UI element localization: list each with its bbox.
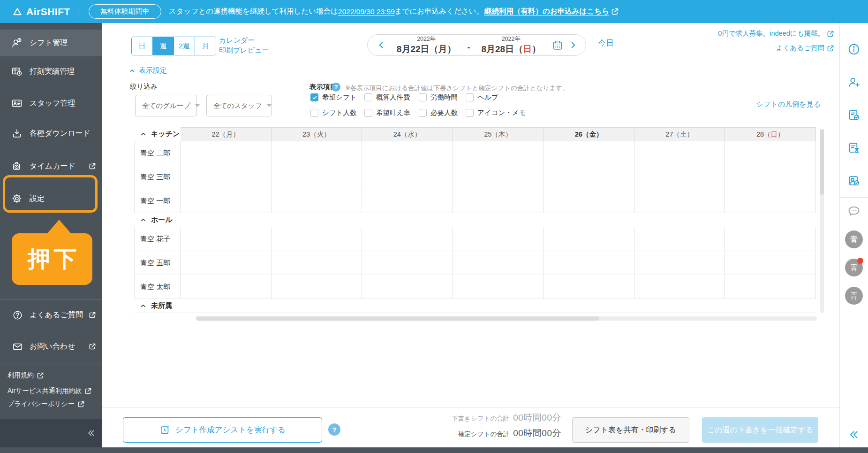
sidebar-legal-link-3[interactable]: プライバシーポリシー [8,400,84,408]
shift-cell[interactable] [362,141,453,165]
sidebar-help-item-2[interactable]: お問い合わせ [0,335,102,358]
checkbox-icon[interactable] [466,109,474,117]
next-week-icon[interactable] [568,40,578,50]
group-filter-dropdown[interactable]: 全てのグループ [135,95,197,116]
shift-cell[interactable] [181,165,272,189]
rail-shift-pending-icon[interactable] [847,141,860,154]
shift-assist-button[interactable]: シフト作成アシストを実行する [123,417,322,443]
shift-legend-link[interactable]: シフトの凡例を見る [756,100,821,109]
shift-cell[interactable] [543,227,634,251]
shift-cell[interactable] [362,165,453,189]
shift-cell[interactable] [634,165,725,189]
display-checkbox[interactable]: ヘルプ [466,93,498,102]
display-settings-toggle[interactable]: 表示設定 [129,66,167,75]
shift-cell[interactable] [543,141,634,165]
faq-link[interactable]: よくあるご質問 [776,44,834,53]
shift-cell[interactable] [362,275,453,299]
rail-add-staff-icon[interactable] [847,76,860,89]
shift-cell[interactable] [634,251,725,275]
staff-filter-dropdown[interactable]: 全てのスタッフ [206,95,272,116]
airshift-logo[interactable]: AirSHIFT [12,6,70,17]
collapse-group-icon[interactable] [140,303,146,309]
display-checkbox[interactable]: アイコン・メモ [466,108,526,117]
rail-shift-check-icon[interactable] [847,108,860,122]
shift-cell[interactable] [453,165,544,189]
job-posting-link[interactable]: 0円で求人募集。indeedにも掲載。 [718,29,834,38]
shift-cell[interactable] [725,251,816,275]
sidebar-collapse-icon[interactable] [87,429,96,438]
group-header-kitchen[interactable]: キッチン [134,127,181,141]
help-icon[interactable]: ? [328,423,340,436]
rail-info-icon[interactable] [847,43,860,56]
shift-cell[interactable] [543,275,634,299]
shift-cell[interactable] [181,251,272,275]
shift-cell[interactable] [634,227,725,251]
sidebar-legal-link-2[interactable]: Airサービス共通利用約款 [8,387,91,395]
today-link[interactable]: 今日 [598,38,614,48]
shift-cell[interactable] [362,251,453,275]
share-print-button[interactable]: シフト表を共有・印刷する [572,417,689,443]
calendar-link[interactable]: カレンダー [219,35,269,45]
shift-cell[interactable] [362,227,453,251]
sidebar-item-4[interactable]: 各種ダウンロード [0,122,102,145]
shift-cell[interactable] [725,227,816,251]
shift-cell[interactable] [272,251,362,275]
checkbox-checked-icon[interactable] [310,93,318,101]
prev-week-icon[interactable] [376,40,386,50]
checkbox-icon[interactable] [419,109,427,117]
group-header-row[interactable]: ホール [134,213,816,227]
rail-collapse-icon[interactable] [848,429,860,440]
view-toggle-option-4[interactable]: 月 [195,37,216,55]
checkbox-icon[interactable] [364,109,372,117]
shift-cell[interactable] [634,189,725,213]
shift-cell[interactable] [725,165,816,189]
shift-cell[interactable] [725,275,816,299]
collapse-group-icon[interactable] [140,131,146,137]
staff-avatar-2[interactable]: 青 [845,259,863,276]
display-checkbox[interactable]: 希望叶え率 [364,108,410,117]
sidebar-item-3[interactable]: スタッフ管理 [0,92,102,115]
checkbox-icon[interactable] [310,109,318,117]
checkbox-icon[interactable] [466,93,474,101]
sidebar-item-1[interactable]: シフト管理 [0,30,102,56]
paid-signup-link[interactable]: 継続利用（有料）のお申込みはこちら [484,7,609,16]
shift-cell[interactable] [272,141,362,165]
shift-cell[interactable] [453,275,544,299]
display-checkbox[interactable]: 必要人数 [419,108,458,117]
staff-avatar-1[interactable]: 青 [845,230,863,248]
checkbox-icon[interactable] [364,93,372,101]
shift-cell[interactable] [543,251,634,275]
shift-cell[interactable] [725,141,816,165]
group-header-row[interactable]: 未所属 [134,299,816,313]
sidebar-item-2[interactable]: 打刻実績管理 [0,60,102,83]
shift-cell[interactable] [272,275,362,299]
shift-cell[interactable] [272,227,362,251]
display-checkbox[interactable]: 概算人件費 [364,93,410,102]
view-toggle-option-1[interactable]: 日 [132,37,153,55]
shift-cell[interactable] [181,227,272,251]
sidebar-legal-link-1[interactable]: 利用規約 [8,371,44,380]
shift-cell[interactable] [453,189,544,213]
shift-cell[interactable] [362,189,453,213]
help-icon[interactable]: ? [332,83,340,92]
shift-cell[interactable] [181,275,272,299]
rail-staff-check-icon[interactable] [847,174,860,187]
staff-avatar-3[interactable]: 青 [845,287,863,305]
shift-cell[interactable] [453,141,544,165]
print-preview-link[interactable]: 印刷プレビュー [219,45,269,55]
shift-cell[interactable] [181,141,272,165]
vertical-scrollbar[interactable] [820,129,824,313]
shift-cell[interactable] [181,189,272,213]
shift-cell[interactable] [272,165,362,189]
display-checkbox[interactable]: 希望シフト [310,93,357,102]
display-checkbox[interactable]: シフト人数 [310,108,357,117]
shift-cell[interactable] [543,189,634,213]
rail-comment-icon[interactable] [847,205,860,218]
calendar-picker-icon[interactable] [552,39,563,51]
shift-cell[interactable] [543,165,634,189]
shift-cell[interactable] [453,227,544,251]
sidebar-help-item-1[interactable]: よくあるご質問 [0,303,102,327]
shift-cell[interactable] [634,141,725,165]
shift-cell[interactable] [272,189,362,213]
shift-cell[interactable] [453,251,544,275]
